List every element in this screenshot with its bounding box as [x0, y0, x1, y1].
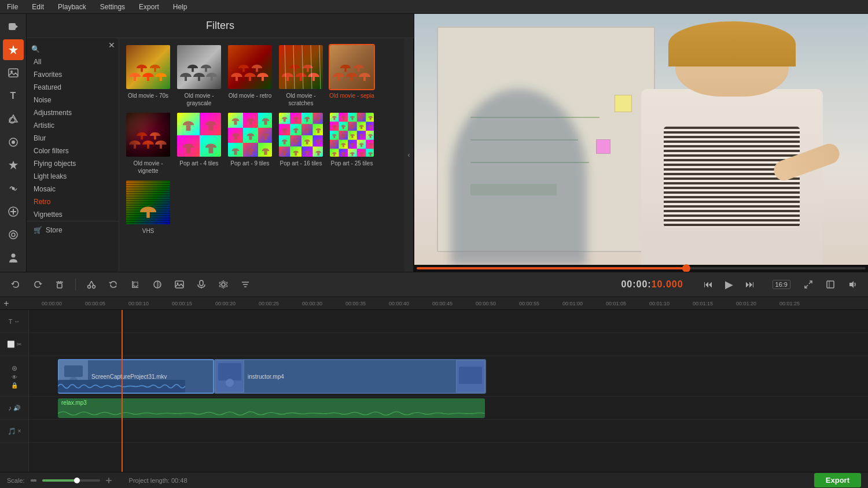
filter-item-pop-art-25[interactable]: Pop art - 25 tiles	[329, 112, 375, 175]
category-item-mosaic[interactable]: Mosaic	[27, 183, 119, 195]
effects-filters-btn[interactable]	[237, 276, 254, 293]
svg-point-33	[222, 283, 225, 286]
fullscreen-icon-btn[interactable]	[800, 276, 817, 293]
menu-edit[interactable]: Edit	[30, 2, 46, 12]
category-item-vignettes[interactable]: Vignettes	[27, 208, 119, 221]
settings-btn[interactable]	[215, 276, 232, 293]
ruler-mark: 00:01:15	[693, 301, 736, 306]
category-item-adjustments[interactable]: Adjustments	[27, 106, 119, 119]
cut-btn[interactable]	[83, 276, 100, 293]
overlay-track-icon[interactable]: ⬜	[7, 341, 15, 348]
filter-label-old-movie-sepia: Old movie - sepia	[329, 92, 375, 99]
preview-scrubber[interactable]	[414, 265, 868, 272]
category-item-light-leaks[interactable]: Light leaks	[27, 170, 119, 183]
store-label: Store	[46, 226, 62, 234]
text-track-icon[interactable]: T	[9, 318, 13, 325]
scale-slider[interactable]	[42, 479, 100, 482]
scrubber-handle[interactable]	[682, 264, 690, 272]
ruler-mark: 00:00:45	[432, 301, 476, 306]
filter-thumb-old-movie-sepia	[329, 44, 375, 90]
filter-item-old-movie-scratches[interactable]: Old movie - scratches	[278, 44, 324, 107]
video-mute-icon[interactable]: 👁	[12, 374, 17, 380]
overlay-track-lock-icon[interactable]: ✂	[17, 341, 21, 347]
category-item-blur[interactable]: Blur	[27, 132, 119, 145]
filter-canvas-pop-art-16	[279, 113, 324, 158]
rotate-btn[interactable]	[105, 276, 122, 293]
scrubber-track[interactable]	[417, 267, 866, 269]
filter-item-pop-art-16[interactable]: Pop art - 16 tiles	[278, 112, 324, 175]
video-clip-2[interactable]: instructor.mp4	[214, 359, 486, 394]
filter-canvas-old-movie-grayscale	[177, 45, 222, 90]
category-item-noise[interactable]: Noise	[27, 94, 119, 106]
audio-clip-relax[interactable]: relax.mp3	[58, 398, 485, 418]
menu-bar: File Edit Playback Settings Export Help	[0, 0, 868, 14]
video-lock-icon[interactable]: 🔒	[11, 382, 18, 389]
delete-btn[interactable]	[51, 276, 68, 293]
filter-item-vhs[interactable]: VHS	[125, 179, 171, 235]
filter-search-input[interactable]	[42, 45, 114, 53]
menu-settings[interactable]: Settings	[98, 2, 127, 12]
color-correct-btn[interactable]	[149, 276, 166, 293]
filter-item-pop-art-9[interactable]: Pop art - 9 tiles	[227, 112, 273, 175]
play-btn[interactable]: ▶	[720, 276, 738, 293]
collapse-panel-btn[interactable]: ‹	[404, 38, 414, 272]
ruler-mark: 00:00:05	[85, 301, 128, 306]
filter-item-old-movie-retro[interactable]: Old movie - retro	[227, 44, 273, 107]
add-overlay-btn[interactable]	[3, 201, 24, 222]
music-mute-icon[interactable]: ×	[18, 428, 21, 434]
filter-item-old-movie-vignette[interactable]: Old movie - vignette	[125, 112, 171, 175]
sticker-tool-btn[interactable]	[3, 155, 24, 176]
text-tool-btn[interactable]: T	[3, 86, 24, 106]
filter-item-old-movie-70s[interactable]: Old movie - 70s	[125, 44, 171, 107]
media-tool-btn[interactable]	[3, 62, 24, 83]
filter-item-old-movie-grayscale[interactable]: Old movie - grayscale	[176, 44, 222, 107]
category-item-retro[interactable]: Retro	[27, 195, 119, 208]
export-btn[interactable]: Export	[814, 473, 861, 487]
add-track-btn[interactable]: +	[0, 297, 13, 310]
category-item-all[interactable]: All	[27, 56, 119, 68]
audio-track-icon[interactable]: ♪	[8, 404, 12, 412]
menu-help[interactable]: Help	[171, 2, 190, 12]
category-item-artistic[interactable]: Artistic	[27, 119, 119, 132]
timecode-ruler: 00:00:0000:00:0500:00:1000:00:1500:00:20…	[13, 301, 868, 306]
text-track-cursor-icon[interactable]: ↔	[14, 318, 20, 324]
video-tool-btn[interactable]	[3, 16, 24, 37]
prev-btn[interactable]: ⏮	[700, 276, 717, 293]
scale-handle[interactable]	[74, 478, 80, 483]
overlay-shapes-btn[interactable]	[3, 109, 24, 130]
video-track-icon[interactable]: ⊛	[12, 364, 17, 372]
camera-filter-btn[interactable]	[3, 224, 24, 245]
store-btn[interactable]: 🛒 Store	[27, 221, 119, 239]
motion-tool-btn[interactable]	[3, 178, 24, 199]
audio-mute-icon[interactable]: 🔊	[13, 405, 20, 411]
undo-btn[interactable]	[7, 276, 24, 293]
category-item-color-filters[interactable]: Color filters	[27, 145, 119, 157]
category-item-flying-objects[interactable]: Flying objects	[27, 157, 119, 170]
menu-file[interactable]: File	[5, 2, 20, 12]
audio-btn[interactable]	[193, 276, 210, 293]
filter-thumb-old-movie-retro	[227, 44, 273, 90]
ruler-marks: 00:00:0000:00:0500:00:1000:00:1500:00:20…	[42, 301, 823, 306]
svg-rect-49	[459, 367, 482, 384]
person-tool-btn[interactable]	[3, 247, 24, 268]
redo-btn[interactable]	[29, 276, 46, 293]
category-item-featured[interactable]: Featured	[27, 81, 119, 94]
category-item-favorites[interactable]: Favorites	[27, 68, 119, 81]
filter-item-old-movie-sepia[interactable]: Old movie - sepia	[329, 44, 375, 107]
expand-preview-btn[interactable]	[822, 276, 839, 293]
image-btn[interactable]	[171, 276, 188, 293]
music-track-icon[interactable]: 🎵	[8, 427, 16, 435]
audio-track-control: ♪ 🔊	[0, 397, 28, 420]
next-btn[interactable]: ⏭	[741, 276, 759, 293]
close-categories-btn[interactable]: ✕	[108, 40, 115, 50]
video-track-row: ScreenCaptureProject31.mkv	[29, 356, 868, 397]
svg-rect-39	[827, 281, 834, 288]
filter-item-pop-art-4[interactable]: Pop art - 4 tiles	[176, 112, 222, 175]
crop-btn[interactable]	[127, 276, 144, 293]
effects-tool-btn[interactable]	[3, 39, 24, 60]
color-tool-btn[interactable]	[3, 132, 24, 153]
menu-playback[interactable]: Playback	[56, 2, 89, 12]
svg-point-13	[12, 233, 15, 236]
menu-export[interactable]: Export	[137, 2, 161, 12]
volume-btn[interactable]	[844, 276, 861, 293]
